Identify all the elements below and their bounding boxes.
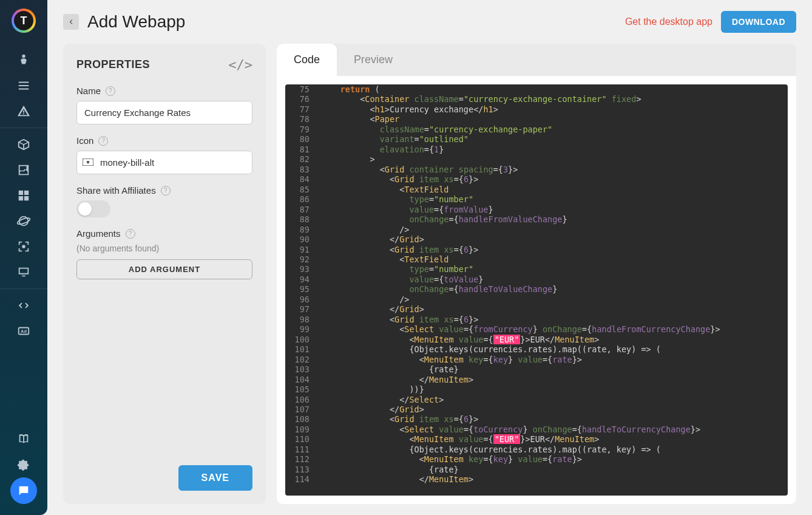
share-label: Share with Affiliates ?: [76, 185, 252, 196]
nav-capture-icon[interactable]: [0, 234, 47, 259]
svg-point-0: [17, 217, 30, 225]
nav-book-icon[interactable]: [0, 426, 47, 452]
desktop-app-link[interactable]: Get the desktop app: [625, 16, 712, 27]
nav-user-icon[interactable]: [0, 47, 47, 73]
share-toggle[interactable]: [76, 200, 110, 217]
help-icon[interactable]: ?: [161, 186, 171, 196]
divider: [0, 288, 47, 289]
nav-ad-icon[interactable]: Ad: [0, 318, 47, 344]
svg-text:Ad: Ad: [21, 329, 27, 334]
back-button[interactable]: [63, 14, 79, 30]
no-arguments-text: (No arguments found): [76, 244, 252, 253]
icon-input[interactable]: [76, 151, 252, 174]
nav-code-icon[interactable]: [0, 293, 47, 318]
nav-image-icon[interactable]: [0, 157, 47, 183]
download-button[interactable]: DOWNLOAD: [721, 11, 796, 33]
arguments-label: Arguments ?: [76, 228, 252, 239]
help-icon[interactable]: ?: [106, 86, 115, 96]
nav-planet-icon[interactable]: [0, 208, 47, 234]
sidebar: T Ad: [0, 0, 47, 515]
nav-monitor-icon[interactable]: [0, 259, 47, 285]
help-icon[interactable]: ?: [126, 229, 135, 239]
app-logo[interactable]: T: [12, 9, 36, 33]
svg-point-5: [87, 160, 90, 163]
code-editor[interactable]: 75 return (76 <Container className="curr…: [285, 84, 788, 496]
nav-settings-icon[interactable]: [0, 452, 47, 477]
help-icon[interactable]: ?: [98, 136, 108, 146]
header: Add Webapp Get the desktop app DOWNLOAD: [47, 0, 812, 44]
svg-point-1: [22, 245, 25, 248]
chat-bubble[interactable]: [10, 477, 37, 504]
code-toggle-icon[interactable]: </>: [228, 57, 252, 72]
properties-panel: PROPERTIES </> Name ? Icon ?: [63, 44, 266, 504]
money-bill-icon: [83, 157, 93, 168]
name-input[interactable]: [76, 101, 252, 124]
divider: [0, 128, 47, 128]
code-area: Code Preview 75 return (76 <Container cl…: [277, 44, 796, 504]
properties-title: PROPERTIES: [76, 58, 150, 71]
page-title: Add Webapp: [87, 12, 625, 32]
tabs: Code Preview: [277, 44, 796, 76]
tab-code[interactable]: Code: [277, 44, 337, 76]
nav-list-icon[interactable]: [0, 73, 47, 98]
nav-grid-icon[interactable]: [0, 183, 47, 208]
save-button[interactable]: SAVE: [178, 465, 252, 491]
tab-preview[interactable]: Preview: [337, 44, 410, 76]
nav-warning-icon[interactable]: [0, 98, 47, 124]
add-argument-button[interactable]: ADD ARGUMENT: [76, 259, 252, 279]
nav-box-icon[interactable]: [0, 132, 47, 157]
name-label: Name ?: [76, 86, 252, 96]
icon-label: Icon ?: [76, 135, 252, 146]
